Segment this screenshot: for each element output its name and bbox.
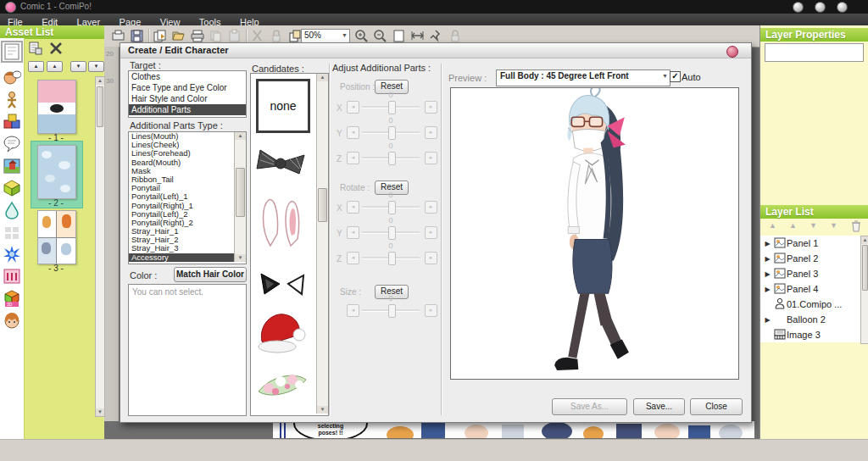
candidate-bunny-ears[interactable]: [259, 195, 306, 249]
scroll-up-icon[interactable]: ▲: [861, 236, 868, 244]
asset-list-scrollbar[interactable]: ▲ ▼: [95, 76, 105, 417]
increment-button[interactable]: ▸: [425, 101, 437, 114]
candidates-scrollbar[interactable]: ▲ ▼: [316, 74, 328, 414]
select-pages-icon[interactable]: [29, 42, 42, 58]
save-button[interactable]: Save...: [633, 398, 685, 415]
layer-down-icon[interactable]: ▼: [810, 221, 817, 230]
add-page-icon[interactable]: [153, 29, 168, 43]
comic-page-fragment[interactable]: selecting poses! !!: [273, 421, 754, 438]
asset-tab-face-icon[interactable]: [3, 311, 21, 330]
asset-tab-3d-item-icon[interactable]: [3, 179, 21, 197]
expand-icon[interactable]: ▶: [763, 240, 772, 247]
slider-thumb[interactable]: [388, 101, 396, 114]
decrement-button[interactable]: ◂: [347, 201, 359, 214]
target-item[interactable]: Hair Style and Color: [129, 93, 246, 104]
candidate-flower-wreath[interactable]: [255, 366, 309, 403]
layer-list-scrollbar[interactable]: ▲: [860, 236, 868, 344]
maximize-button[interactable]: [815, 2, 826, 13]
scrollbar-thumb[interactable]: [97, 86, 103, 127]
scroll-down-icon[interactable]: ▼: [317, 406, 328, 414]
asset-tab-balloon-icon[interactable]: [3, 135, 21, 153]
asset-tab-effect-flash-icon[interactable]: [3, 245, 21, 264]
preview-view-select[interactable]: Full Body : 45 Degree Left Front ▼: [496, 69, 670, 86]
asset-tab-page-icon[interactable]: [3, 42, 21, 61]
target-item[interactable]: Face Type and Eye Color: [129, 82, 246, 93]
slider-track[interactable]: [362, 206, 420, 208]
scrollbar-thumb[interactable]: [862, 245, 868, 291]
match-hair-color-button[interactable]: Match Hair Color: [174, 267, 247, 282]
page-thumbnail-3[interactable]: [37, 210, 76, 264]
decrement-button[interactable]: ◂: [347, 226, 359, 239]
scrollbar-thumb[interactable]: [236, 168, 245, 217]
zoom-in-icon[interactable]: [354, 29, 370, 43]
layer-properties-field[interactable]: [765, 43, 864, 62]
expand-icon[interactable]: ▶: [763, 286, 772, 293]
parts-type-item-selected[interactable]: Accessory: [129, 253, 235, 262]
print-page-icon[interactable]: [111, 29, 126, 43]
slider-thumb[interactable]: [388, 252, 396, 265]
delete-page-icon[interactable]: [49, 42, 63, 58]
slider-thumb[interactable]: [388, 152, 396, 165]
decrement-button[interactable]: ◂: [347, 101, 359, 114]
asset-tab-effect-drop-icon[interactable]: [3, 201, 21, 219]
prev-page-button[interactable]: ▲: [47, 61, 63, 72]
save-icon[interactable]: [130, 29, 145, 43]
increment-button[interactable]: ▸: [425, 226, 437, 239]
open-icon[interactable]: [171, 29, 186, 43]
layer-up-icon[interactable]: ▲: [769, 221, 776, 230]
slider-track[interactable]: [362, 257, 420, 259]
target-item-selected[interactable]: Additional Parts: [129, 104, 246, 115]
close-dialog-button[interactable]: Close: [690, 398, 743, 415]
layer-row-image[interactable]: Image 3: [760, 327, 861, 342]
scroll-down-icon[interactable]: ▼: [235, 254, 246, 262]
expand-icon[interactable]: ▶: [763, 316, 772, 324]
slider-track[interactable]: [362, 157, 420, 159]
increment-button[interactable]: ▸: [425, 304, 437, 317]
layer-row-panel2[interactable]: ▶ Panel 2: [760, 251, 861, 266]
auto-checkbox[interactable]: ✓: [670, 71, 681, 82]
next-page-button[interactable]: ▼: [70, 61, 86, 72]
layer-row-panel3[interactable]: ▶ Panel 3: [760, 266, 861, 281]
decrement-button[interactable]: ◂: [347, 252, 359, 264]
fit-width-icon[interactable]: [410, 29, 426, 43]
zoom-out-icon[interactable]: [373, 29, 388, 43]
expand-icon[interactable]: ▶: [763, 255, 772, 263]
slider-thumb[interactable]: [388, 226, 396, 240]
decrement-button[interactable]: ◂: [347, 152, 359, 164]
decrement-button[interactable]: ◂: [347, 304, 359, 317]
scrollbar-thumb[interactable]: [318, 188, 327, 222]
speech-balloon[interactable]: selecting poses! !!: [293, 421, 368, 438]
candidate-none[interactable]: none: [256, 79, 310, 133]
candidate-santa-hat[interactable]: [255, 309, 309, 355]
close-button[interactable]: [837, 2, 848, 13]
target-listbox[interactable]: Clothes Face Type and Eye Color Hair Sty…: [128, 70, 247, 118]
minimize-button[interactable]: [793, 2, 804, 13]
dialog-title-bar[interactable]: Create / Edit Character: [120, 43, 751, 58]
asset-tab-background-icon[interactable]: [3, 157, 21, 175]
decrement-button[interactable]: ◂: [347, 126, 359, 139]
layer-bottom-icon[interactable]: ▼: [830, 221, 837, 230]
parts-type-listbox[interactable]: Lines(Mouth) Lines(Cheek) Lines(Forehead…: [128, 131, 247, 264]
asset-tab-3d-cube-icon[interactable]: 3D: [3, 289, 21, 308]
layer-top-icon[interactable]: ▲: [789, 221, 797, 230]
fit-page-icon[interactable]: [392, 29, 407, 43]
candidate-plaid-bow[interactable]: [255, 143, 309, 181]
slider-thumb[interactable]: [388, 201, 396, 214]
asset-tab-character-icon[interactable]: [3, 69, 21, 87]
layer-row-balloon[interactable]: ▶ Balloon 2: [760, 312, 861, 327]
delete-layer-icon[interactable]: [850, 219, 862, 236]
increment-button[interactable]: ▸: [425, 201, 437, 214]
parts-type-item[interactable]: Ponytail(Left)_1: [129, 192, 235, 201]
candidate-cat-ears[interactable]: [258, 269, 309, 299]
layer-row-panel1[interactable]: ▶ Panel 1: [760, 236, 861, 251]
last-page-button[interactable]: ▼: [88, 61, 104, 72]
target-item[interactable]: Clothes: [129, 71, 246, 82]
slider-track[interactable]: [362, 231, 420, 234]
scroll-up-icon[interactable]: ▲: [317, 74, 328, 81]
page-thumbnail-2[interactable]: [37, 145, 76, 199]
slider-thumb[interactable]: [388, 304, 396, 318]
pin-tool-icon[interactable]: [429, 29, 444, 43]
slider-track[interactable]: [362, 131, 420, 134]
layer-row-panel4[interactable]: ▶ Panel 4: [760, 281, 861, 297]
candidates-list[interactable]: none: [250, 73, 329, 416]
